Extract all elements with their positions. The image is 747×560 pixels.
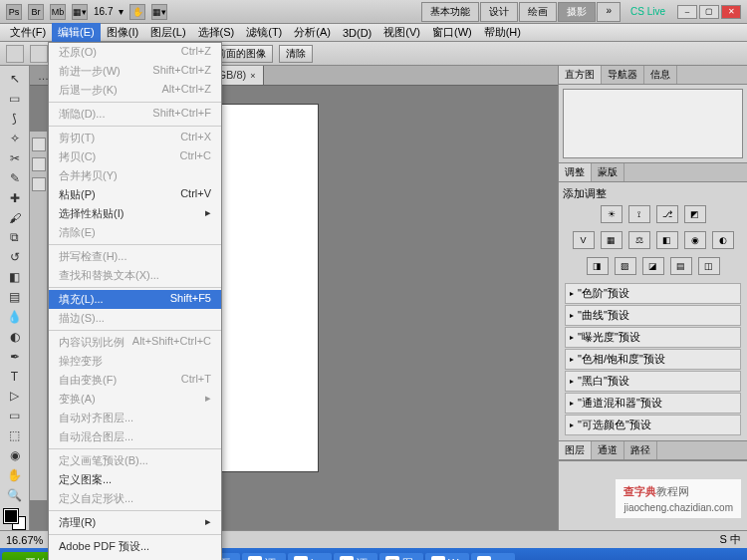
shape-tool[interactable]: ▭: [4, 407, 26, 425]
preset-selective[interactable]: ▸"可选颜色"预设: [565, 415, 741, 435]
menu-filter[interactable]: 滤镜(T): [240, 23, 288, 42]
taskbar-item[interactable]: 证证: [334, 553, 377, 561]
hand-icon[interactable]: ✋: [129, 4, 145, 20]
ps-icon[interactable]: Ps: [6, 4, 22, 20]
clear-button[interactable]: 清除: [279, 45, 313, 63]
tab-masks[interactable]: 蒙版: [592, 163, 624, 181]
menu-image[interactable]: 图像(I): [101, 23, 144, 42]
tab-adjustments[interactable]: 调整: [559, 163, 592, 181]
curves-icon[interactable]: ⎇: [656, 205, 678, 223]
hue-icon[interactable]: ▦: [601, 231, 622, 249]
close-icon[interactable]: ×: [250, 71, 255, 81]
mb-icon[interactable]: Mb: [50, 4, 66, 20]
menu-item[interactable]: 选择性粘贴(I)▸: [49, 204, 221, 223]
preset-bw[interactable]: ▸"黑白"预设: [565, 371, 741, 392]
menu-file[interactable]: 文件(F): [4, 23, 52, 42]
blur-tool[interactable]: 💧: [4, 308, 26, 327]
tab-paths[interactable]: 路径: [624, 441, 657, 459]
panel-icon-2[interactable]: [32, 157, 46, 171]
tab-info[interactable]: 信息: [644, 66, 677, 84]
taskbar-item[interactable]: hh: [288, 553, 332, 561]
type-tool[interactable]: T: [4, 367, 26, 386]
color-swatch[interactable]: [4, 509, 26, 530]
ws-basic[interactable]: 基本功能: [421, 2, 479, 22]
panel-icon-1[interactable]: [32, 138, 46, 151]
path-tool[interactable]: ▷: [4, 387, 26, 406]
3d-tool[interactable]: ⬚: [4, 426, 26, 445]
lasso-tool[interactable]: ⟆: [4, 110, 26, 129]
menu-select[interactable]: 选择(S): [192, 23, 241, 42]
vibrance-icon[interactable]: V: [573, 231, 595, 249]
menu-3d[interactable]: 3D(D): [337, 25, 377, 41]
panel-icon-3[interactable]: [32, 177, 46, 191]
exposure-icon[interactable]: ◩: [684, 205, 706, 223]
menu-layer[interactable]: 图层(L): [144, 23, 191, 42]
marquee-tool[interactable]: ▭: [4, 90, 26, 109]
ime-badge[interactable]: S 中: [720, 532, 741, 547]
gradient-map-icon[interactable]: ▤: [670, 257, 692, 275]
menu-help[interactable]: 帮助(H): [478, 23, 527, 42]
dodge-tool[interactable]: ◐: [4, 327, 26, 346]
heal-tool[interactable]: ✚: [4, 188, 26, 207]
ws-paint[interactable]: 绘画: [519, 2, 557, 22]
tab-histogram[interactable]: 直方图: [559, 66, 602, 84]
ws-design[interactable]: 设计: [480, 2, 518, 22]
maximize-button[interactable]: ▢: [699, 5, 719, 19]
history-brush-tool[interactable]: ↺: [4, 248, 26, 267]
eraser-tool[interactable]: ◧: [4, 268, 26, 287]
mixer-icon[interactable]: ◐: [712, 231, 734, 249]
tab-layers[interactable]: 图层: [559, 441, 592, 459]
bridge-icon[interactable]: Br: [28, 4, 44, 20]
selective-icon[interactable]: ◫: [698, 257, 720, 275]
photo-filter-icon[interactable]: ◉: [684, 231, 706, 249]
pen-tool[interactable]: ✒: [4, 347, 26, 366]
bw-icon[interactable]: ◧: [656, 231, 678, 249]
preset-hue[interactable]: ▸"色相/饱和度"预设: [565, 349, 741, 370]
view-icon[interactable]: ▦▾: [151, 4, 167, 20]
menu-item[interactable]: 清理(R)▸: [49, 513, 221, 532]
crop-tool[interactable]: ✂: [4, 149, 26, 168]
taskbar-item[interactable]: WW: [425, 553, 469, 561]
minimize-button[interactable]: –: [677, 5, 697, 19]
menu-analysis[interactable]: 分析(A): [288, 23, 337, 42]
taskbar-item[interactable]: 证证: [242, 553, 286, 561]
preset-exposure[interactable]: ▸"曝光度"预设: [565, 327, 741, 348]
menu-edit[interactable]: 编辑(E): [52, 23, 101, 42]
taskbar-item[interactable]: 图图: [379, 553, 423, 561]
wand-tool[interactable]: ✧: [4, 130, 26, 148]
invert-icon[interactable]: ◨: [587, 257, 609, 275]
zoom-tool[interactable]: 🔍: [4, 485, 26, 504]
menu-item[interactable]: Adobe PDF 预设...: [49, 537, 221, 556]
hand-tool[interactable]: ✋: [4, 466, 26, 485]
posterize-icon[interactable]: ▨: [615, 257, 636, 275]
preset-mixer[interactable]: ▸"通道混和器"预设: [565, 393, 741, 414]
menu-window[interactable]: 窗口(W): [426, 23, 478, 42]
camera-tool[interactable]: ◉: [4, 446, 26, 465]
tool-preset-icon[interactable]: [6, 45, 24, 63]
gradient-tool[interactable]: ▤: [4, 288, 26, 307]
preset-curves[interactable]: ▸"曲线"预设: [565, 305, 741, 326]
status-zoom[interactable]: 16.67%: [6, 534, 43, 546]
menu-item[interactable]: 定义图案...: [49, 470, 221, 489]
menu-item[interactable]: 填充(L)...Shift+F5: [49, 290, 221, 309]
close-button[interactable]: ✕: [721, 5, 741, 19]
cslive-link[interactable]: CS Live: [630, 6, 665, 17]
balance-icon[interactable]: ⚖: [628, 231, 650, 249]
brightness-icon[interactable]: ☀: [601, 205, 622, 223]
threshold-icon[interactable]: ◪: [642, 257, 664, 275]
brush-tool[interactable]: 🖌: [4, 208, 26, 227]
tab-navigator[interactable]: 导航器: [602, 66, 644, 84]
menu-view[interactable]: 视图(V): [377, 23, 426, 42]
layout-icon[interactable]: ▦▾: [72, 4, 88, 20]
stamp-tool[interactable]: ⧉: [4, 228, 26, 247]
zoom-value[interactable]: 16.7: [94, 6, 113, 17]
opt-slot-2[interactable]: [30, 45, 48, 63]
ws-more[interactable]: »: [597, 2, 621, 22]
ws-photo[interactable]: 摄影: [558, 2, 596, 22]
preset-levels[interactable]: ▸"色阶"预设: [565, 283, 741, 304]
menu-item[interactable]: 粘贴(P)Ctrl+V: [49, 185, 221, 204]
levels-icon[interactable]: ⟟: [628, 205, 650, 223]
menu-item[interactable]: 预设管理器(M)...: [49, 556, 221, 560]
eyedropper-tool[interactable]: ✎: [4, 168, 26, 187]
move-tool[interactable]: ↖: [4, 70, 26, 89]
